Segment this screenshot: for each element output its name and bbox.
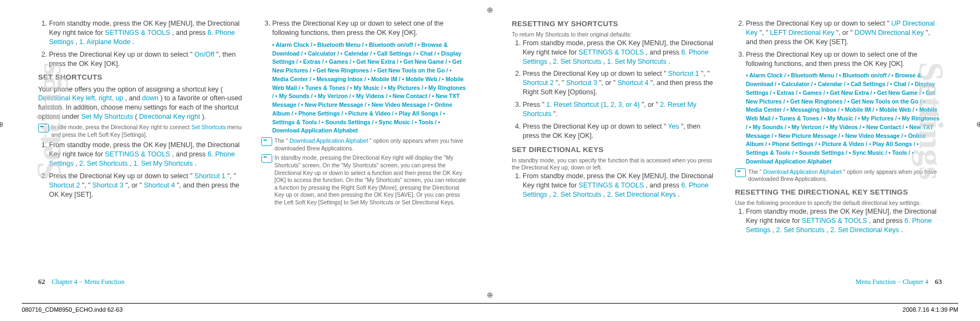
link: 2. Set Shortcuts: [776, 226, 825, 234]
txt: ", ": [759, 29, 768, 37]
function-list: • Alarm Clock / • Bluetooth Menu / • Blu…: [272, 41, 468, 135]
step: Press the Directional Key up or down to …: [523, 69, 719, 97]
link: LEFT Directional Key: [770, 29, 834, 37]
txt: ", or ": [125, 181, 142, 189]
cropmark-right-icon: ⊕: [976, 120, 980, 129]
link: Directional Key left, right, up: [38, 94, 123, 102]
link: Shortcut 3: [93, 181, 124, 189]
chapter-title: Chapter 4 − Menu Function: [52, 278, 124, 286]
link: SETTINGS & TOOLS: [579, 49, 644, 56]
txt: , and press: [869, 217, 904, 225]
link: down: [142, 94, 158, 102]
step: From standby mode, press the OK Key [MEN…: [746, 207, 942, 235]
tip: In idle mode, press the Directional Key …: [38, 124, 245, 138]
link: 2. Set Directional Keys: [830, 226, 899, 234]
link: SETTINGS & TOOLS: [579, 181, 644, 189]
link: 1. Set My Shortcuts: [607, 58, 666, 65]
page-number: 62: [38, 277, 45, 286]
txt: .: [901, 226, 903, 234]
link: Directional Key right: [139, 113, 200, 120]
link: Shortcut 2: [49, 181, 80, 189]
cropmark-bottom-icon: ⊕: [487, 290, 493, 299]
page-footer-right: Menu Function − Chapter 4 63: [856, 277, 942, 286]
txt: ,: [549, 58, 553, 65]
tip-icon: [735, 168, 746, 177]
txt: .: [678, 191, 679, 198]
txt: ,: [603, 58, 607, 65]
txt: Press the Directional Key up or down to …: [523, 70, 666, 77]
txt: The ": [274, 137, 288, 144]
txt: ,: [773, 226, 776, 234]
link: Set Shortcuts: [191, 124, 225, 130]
heading-set-shortcuts: SET SHORTCUTS: [38, 72, 245, 82]
link: 2. Set Shortcuts: [79, 160, 128, 167]
txt: ", ": [555, 79, 564, 87]
txt: ,: [76, 160, 79, 167]
paragraph: Use the following procedure to specify t…: [735, 199, 942, 207]
txt: In standby mode, pressing the Directiona…: [274, 154, 468, 206]
print-timestamp: 2008.7.16 4:1:39 PM: [903, 306, 958, 313]
step: Press the Directional Key up or down to …: [49, 50, 245, 69]
print-info-line: 080716_CDM8950_ECHO.indd 62-63 2008.7.16…: [22, 303, 958, 313]
txt: , and: [125, 94, 142, 102]
txt: , and press: [646, 181, 681, 189]
step: Press the Directional Key up or down to …: [746, 19, 942, 47]
txt: .: [195, 160, 197, 167]
chapter-title: Menu Function − Chapter 4: [856, 278, 928, 286]
paragraph: To return My Shortcuts to their original…: [512, 31, 719, 39]
function-list: • Alarm Clock / • Bluetooth Menu / • Blu…: [746, 71, 942, 166]
page-62: Settings From standby mode, press the OK…: [38, 19, 490, 289]
step: Press the Directional Key up or down to …: [272, 19, 468, 38]
txt: ,: [130, 160, 133, 167]
txt: ", ": [228, 172, 236, 180]
txt: Press the Directional Key up or down to …: [746, 20, 890, 27]
txt: ,: [76, 38, 79, 46]
tip: The " Download Application Alphabet " op…: [261, 137, 468, 152]
p62-col2: Press the Directional Key up or down to …: [261, 19, 468, 289]
step: Press the Directional Key up or down to …: [746, 50, 942, 69]
txt: ", ": [82, 181, 90, 189]
txt: Your phone offers you the option of assi…: [38, 86, 223, 93]
link: Shortcut 2: [523, 79, 554, 87]
txt: ".: [553, 110, 558, 118]
p62-col1: From standby mode, press the OK Key [MEN…: [38, 19, 245, 289]
link: Shortcut 3: [566, 79, 597, 87]
txt: , and press: [172, 29, 207, 37]
p63-col1: RESETTING MY SHORTCUTS To return My Shor…: [512, 19, 719, 289]
link: Yes: [668, 123, 679, 130]
txt: ,: [549, 191, 553, 198]
step: Press the Directional Key up or down to …: [523, 122, 719, 141]
txt: Press the Directional Key up or down to …: [272, 20, 444, 37]
txt: ", ": [701, 70, 710, 77]
link: 1. Reset Shortcut (1, 2, 3, or 4): [546, 101, 640, 108]
txt: The ": [748, 168, 762, 175]
cropmark-left-icon: ⊕: [0, 120, 4, 129]
step: Press the Directional Key up or down to …: [49, 172, 245, 199]
link: Shortcut 4: [144, 181, 175, 189]
txt: Press the Directional Key up or down to …: [746, 51, 917, 68]
page-number: 63: [935, 277, 942, 286]
tip-icon: [261, 154, 272, 163]
link: 2. Set Shortcuts: [553, 191, 602, 198]
p63-col2: Press the Directional Key up or down to …: [735, 19, 942, 289]
step: Press " 1. Reset Shortcut (1, 2, 3, or 4…: [523, 100, 719, 119]
step: From standby mode, press the OK Key [MEN…: [49, 141, 245, 168]
txt: ,: [603, 191, 607, 198]
link: DOWN Directional Key: [855, 29, 924, 37]
link: 2. Set Directional Keys: [607, 191, 676, 198]
link: On/Off: [194, 51, 215, 58]
step: From standby mode, press the OK Key [MEN…: [523, 39, 719, 66]
link: Set My Shortcuts: [81, 113, 133, 120]
link: Shortcut 1: [194, 172, 225, 180]
txt: ", or ": [836, 29, 853, 37]
link: 1. Set My Shortcuts: [133, 160, 193, 167]
txt: .: [669, 58, 670, 65]
link: SETTINGS & TOOLS: [105, 29, 170, 37]
txt: ).: [202, 113, 206, 120]
txt: In idle mode, press the Directional Key …: [51, 124, 191, 130]
txt: , and press: [646, 49, 681, 56]
txt: Press the Directional Key up or down to …: [49, 172, 193, 180]
step: From standby mode, press the OK Key [MEN…: [523, 172, 719, 199]
cropmark-top-icon: ⊕: [487, 5, 493, 14]
txt: ", or ": [641, 101, 658, 108]
